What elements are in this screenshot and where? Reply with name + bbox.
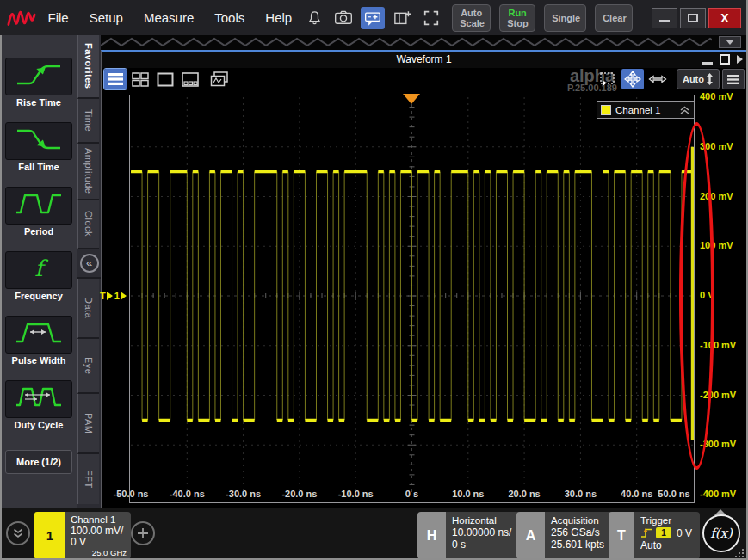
frequency-label: Frequency bbox=[5, 291, 72, 301]
collapsed-drawer-strip[interactable] bbox=[101, 35, 746, 50]
resize-grip[interactable] bbox=[735, 549, 744, 557]
menu-tools[interactable]: Tools bbox=[204, 0, 255, 35]
clear-button[interactable]: Clear bbox=[595, 4, 633, 32]
minimize-button[interactable] bbox=[652, 8, 677, 28]
trigger-mode: Auto bbox=[640, 539, 695, 551]
maximize-button[interactable] bbox=[680, 8, 706, 28]
trigger-settings-button[interactable]: T Trigger 1 0 V Auto bbox=[609, 512, 700, 559]
trigger-marker-label: T bbox=[100, 291, 106, 301]
vertical-arrow-icon bbox=[706, 72, 714, 86]
tab-data[interactable]: Data bbox=[77, 279, 99, 339]
horizontal-title: Horizontal bbox=[452, 514, 516, 526]
waveform-popout-icon[interactable] bbox=[737, 55, 743, 64]
horizontal-settings-button[interactable]: H Horizontal 10.00000 ns/ 0 s bbox=[417, 512, 522, 559]
fall-time-button[interactable] bbox=[5, 122, 72, 160]
menu-measure[interactable]: Measure bbox=[133, 0, 204, 35]
add-window-icon[interactable] bbox=[390, 7, 414, 29]
waveform-minimize-icon[interactable] bbox=[702, 62, 713, 65]
duty-cycle-icon bbox=[14, 385, 64, 414]
svg-text:f: f bbox=[34, 255, 48, 281]
layout-split-bottom-icon[interactable] bbox=[179, 69, 201, 89]
minimize-icon bbox=[659, 20, 670, 22]
acquisition-settings-button[interactable]: A Acquisition 256 GSa/s 25.601 kpts bbox=[516, 512, 617, 559]
menu-file[interactable]: File bbox=[38, 0, 79, 35]
waveform-titlebar[interactable]: Waveform 1 bbox=[102, 52, 746, 68]
frequency-button[interactable]: f bbox=[5, 251, 72, 289]
waveform-plot[interactable] bbox=[129, 95, 695, 503]
tab-favorites[interactable]: Favorites bbox=[77, 35, 99, 99]
tab-amplitude[interactable]: Amplitude bbox=[77, 144, 99, 200]
waveform-maximize-icon[interactable] bbox=[720, 54, 730, 65]
fall-time-icon bbox=[14, 126, 64, 156]
trigger-level-markers[interactable]: T1 bbox=[100, 289, 129, 303]
fullscreen-icon[interactable] bbox=[419, 7, 443, 29]
acquisition-key-badge: A bbox=[516, 512, 545, 559]
run-stop-button[interactable]: RunStop bbox=[499, 4, 535, 32]
horizontal-key-badge: H bbox=[417, 512, 446, 559]
auto-vertical-label: Auto bbox=[683, 74, 704, 84]
layout-cascade-icon[interactable] bbox=[208, 69, 231, 89]
channel-legend-label: Channel 1 bbox=[615, 105, 679, 115]
fall-time-label: Fall Time bbox=[5, 162, 72, 172]
more-measurements-button[interactable]: More (1/2) bbox=[5, 450, 72, 474]
pulse-width-button[interactable] bbox=[5, 316, 72, 354]
annotation-callout-icon[interactable] bbox=[361, 7, 385, 29]
tab-clock[interactable]: Clock bbox=[77, 200, 99, 249]
channel-1-setup-button[interactable]: 1 Channel 1 100.00 mV/ 0 V 25.0 GHz bbox=[34, 512, 131, 559]
trigger-marker-icon bbox=[107, 292, 113, 300]
tab-pam[interactable]: PAM bbox=[77, 394, 99, 454]
tab-eye[interactable]: Eye bbox=[77, 339, 99, 394]
menubar: File Setup Measure Tools Help AutoScale … bbox=[0, 0, 748, 35]
tab-time[interactable]: Time bbox=[77, 99, 99, 144]
channel-1-badge: 1 bbox=[34, 512, 65, 559]
channel-legend[interactable]: Channel 1 bbox=[597, 101, 695, 119]
tab-fft[interactable]: FFT bbox=[77, 454, 99, 504]
rise-time-label: Rise Time bbox=[5, 97, 72, 108]
horizontal-position: 0 s bbox=[452, 538, 516, 551]
move-tool-icon[interactable] bbox=[621, 69, 644, 89]
period-icon bbox=[14, 191, 64, 220]
period-button[interactable] bbox=[5, 187, 72, 225]
add-waveform-button[interactable] bbox=[131, 521, 155, 545]
layout-single-icon[interactable] bbox=[154, 69, 176, 89]
frequency-icon: f bbox=[14, 255, 64, 286]
channel-1-offset: 0 V bbox=[71, 537, 127, 548]
channel-marker-label: 1 bbox=[114, 291, 120, 301]
drawer-expand-button[interactable] bbox=[719, 36, 741, 48]
close-button[interactable]: X bbox=[708, 8, 741, 28]
duty-cycle-button[interactable] bbox=[5, 380, 72, 418]
fx-label: f(x) bbox=[710, 526, 733, 541]
menu-help[interactable]: Help bbox=[255, 0, 302, 35]
trigger-key-badge: T bbox=[609, 512, 634, 559]
chevron-left-double-icon: « bbox=[80, 254, 99, 273]
zoom-select-icon[interactable] bbox=[597, 69, 619, 89]
fx-function-button[interactable]: f(x) bbox=[702, 514, 740, 552]
collapse-bottom-bar-button[interactable] bbox=[6, 521, 30, 545]
single-button[interactable]: Single bbox=[544, 4, 586, 32]
acquisition-memory: 25.601 kpts bbox=[551, 538, 612, 551]
maximize-icon bbox=[688, 14, 698, 22]
auto-vertical-button[interactable]: Auto bbox=[677, 69, 720, 89]
layout-grid-icon[interactable] bbox=[129, 69, 151, 89]
waveform-graticule[interactable] bbox=[129, 95, 695, 503]
collapse-sidebar-button[interactable]: « bbox=[77, 249, 101, 279]
menu-icon[interactable] bbox=[722, 69, 745, 89]
horizontal-stretch-icon[interactable] bbox=[646, 69, 669, 89]
rise-time-button[interactable] bbox=[5, 58, 72, 95]
bottom-status-bar: 1 Channel 1 100.00 mV/ 0 V 25.0 GHz H Ho… bbox=[0, 508, 748, 560]
oscilloscope-app: File Setup Measure Tools Help AutoScale … bbox=[0, 0, 748, 560]
acquisition-sample-rate: 256 GSa/s bbox=[551, 526, 612, 538]
bell-icon[interactable] bbox=[302, 7, 326, 29]
camera-icon[interactable] bbox=[331, 7, 355, 29]
horizontal-reference-marker[interactable] bbox=[403, 94, 420, 104]
layout-stacked-icon[interactable] bbox=[104, 69, 127, 89]
keysight-logo bbox=[5, 5, 38, 31]
chevron-down-double-icon bbox=[12, 527, 24, 539]
category-tabstrip: Favorites Time Amplitude Clock « Data Ey… bbox=[77, 35, 101, 508]
rise-time-icon bbox=[14, 62, 64, 91]
close-icon: X bbox=[720, 11, 728, 25]
collapse-legend-icon[interactable] bbox=[679, 105, 690, 115]
menu-setup[interactable]: Setup bbox=[79, 0, 133, 35]
trigger-level: 0 V bbox=[677, 527, 692, 539]
auto-scale-button[interactable]: AutoScale bbox=[452, 4, 491, 32]
